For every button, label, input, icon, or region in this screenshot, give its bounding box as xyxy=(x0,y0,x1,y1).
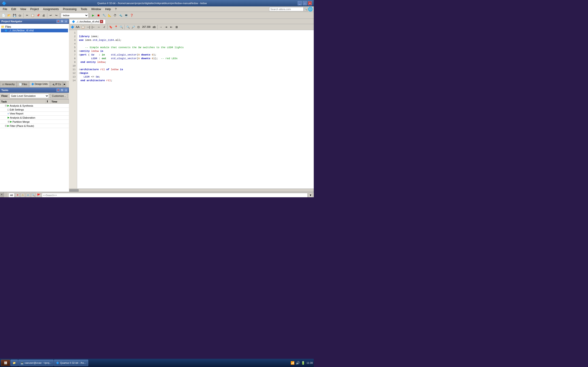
tab-ip-col[interactable]: 🔌 IP Co xyxy=(50,81,63,87)
menu-help[interactable]: Help xyxy=(103,7,113,11)
toolbar-help-btn[interactable]: ❓ xyxy=(129,13,134,18)
toolbar-timing-btn[interactable]: ⏱ xyxy=(112,13,118,18)
messages-sidebar: ✕ 📌 xyxy=(0,192,4,197)
editor-tb-locate[interactable]: 📍 xyxy=(113,25,119,30)
filter-search-button[interactable]: 🔍 xyxy=(31,193,36,198)
editor-tb-unindent2[interactable]: ⇤ xyxy=(169,25,174,30)
panel-float-btn[interactable]: ⧉ xyxy=(61,20,64,23)
menu-view[interactable]: View xyxy=(18,7,28,11)
msg-side-btn2[interactable]: 📌 xyxy=(0,197,3,197)
editor-tb-btn1[interactable]: 🔷 xyxy=(70,25,75,30)
title-bar: 🔷 Quartus II 32-bit - /home/caeuser/proj… xyxy=(0,0,314,6)
editor-tb-indent2[interactable]: ⇥ xyxy=(164,25,169,30)
editor-tb-btn3[interactable]: 📋 xyxy=(80,25,86,30)
panel-pin-btn[interactable]: 📌 xyxy=(57,20,60,23)
toolbar-synth-btn[interactable]: 🔧 xyxy=(102,13,107,18)
editor-tb-unindent[interactable]: |← xyxy=(91,25,96,30)
task-time xyxy=(51,104,69,108)
toolbar-redo-btn[interactable]: ↪ xyxy=(54,13,59,18)
task-label: Partition Merge xyxy=(13,120,30,123)
msg-side-btn1[interactable]: ✕ xyxy=(0,193,3,196)
table-row[interactable]: ⊞ ▶ Partition Merge xyxy=(0,120,69,124)
maximize-button[interactable]: □ xyxy=(303,1,307,5)
tab-design-units[interactable]: 🔷 Design Units xyxy=(29,81,50,87)
editor-tb-search[interactable]: 🔍 xyxy=(119,25,124,30)
table-row[interactable]: ⊞ ▶ Fitter (Place & Route) xyxy=(0,124,69,128)
editor-tb-zoom-out[interactable]: 🔎 xyxy=(131,25,136,30)
toolbar-new-btn[interactable]: 📄 xyxy=(1,13,6,18)
toolbar-copy-btn[interactable]: 📋 xyxy=(30,13,35,18)
message-search-dropdown[interactable]: ▼ xyxy=(308,193,313,198)
line-num: 11 xyxy=(70,68,76,71)
editor-tb-zoom-fit[interactable]: ⊡ xyxy=(136,25,141,30)
editor-tb-bookmark[interactable]: 🔖 xyxy=(108,25,113,30)
tasks-pin-btn[interactable]: 📌 xyxy=(57,89,60,92)
menu-edit[interactable]: Edit xyxy=(9,7,18,11)
customize-button[interactable]: Customize... xyxy=(50,94,68,98)
warning-icon: ⚠ xyxy=(22,194,24,197)
toolbar-saveall-btn[interactable]: 🗂 xyxy=(17,13,23,18)
editor-tab-vhd[interactable]: 🔷 ../../src/ledsw_rtl.vhd ✕ xyxy=(69,19,106,24)
tab-files[interactable]: 📄 Files xyxy=(17,81,29,87)
toolbar-prog-btn[interactable]: 💻 xyxy=(124,13,129,18)
menu-project[interactable]: Project xyxy=(28,7,41,11)
toolbar-asm-btn[interactable]: 🔩 xyxy=(118,13,123,18)
close-button[interactable]: ✕ xyxy=(308,1,312,5)
file-label: ../../src/ledsw_rtl.vhd xyxy=(9,29,34,32)
menu-question[interactable]: ? xyxy=(113,7,119,11)
toolbar-paste-btn[interactable]: 📌 xyxy=(36,13,41,18)
search-input[interactable] xyxy=(269,7,304,11)
toolbar-save-btn[interactable]: 💾 xyxy=(12,13,17,18)
filter-all-button[interactable]: All xyxy=(9,193,15,198)
editor-tb-uncomment[interactable]: -/ xyxy=(102,25,107,30)
entity-select[interactable]: ledsw xyxy=(61,13,88,18)
file-icon: 🔷 xyxy=(5,29,8,32)
editor-tb-indent[interactable]: →| xyxy=(86,25,91,30)
menu-processing[interactable]: Processing xyxy=(61,7,78,11)
message-search-input[interactable] xyxy=(42,193,308,198)
nav-tabs-arrow[interactable]: ▶ xyxy=(63,82,66,87)
filter-info-button[interactable]: ⚠ xyxy=(26,193,30,198)
flow-select[interactable]: Gate Level Simulation xyxy=(9,94,49,98)
tasks-float-btn[interactable]: ⧉ xyxy=(61,89,64,92)
toolbar-compile-btn[interactable]: ▶ xyxy=(90,13,95,18)
search-icon-button[interactable]: 🔍 xyxy=(304,7,308,11)
editor-tb-abc[interactable]: ab xyxy=(152,25,157,30)
editor-tb-grid[interactable]: ⊞ xyxy=(174,25,179,30)
tasks-close-btn[interactable]: ✕ xyxy=(64,89,68,92)
hierarchy-icon: ⚠ xyxy=(2,83,4,85)
toolbar-cut-btn[interactable]: ✂ xyxy=(25,13,30,18)
scrollbar-thumb[interactable] xyxy=(69,189,78,192)
tree-folder-files[interactable]: 📁 Files xyxy=(1,25,68,29)
menu-tools[interactable]: Tools xyxy=(79,7,89,11)
filter-warning-button[interactable]: ⚠ xyxy=(20,193,25,198)
toolbar-open-btn[interactable]: 📂 xyxy=(6,13,11,18)
editor-tb-comment[interactable]: -- xyxy=(96,25,101,30)
toolbar-fit-btn[interactable]: 📐 xyxy=(107,13,112,18)
editor-horizontal-scrollbar[interactable] xyxy=(69,189,314,192)
filter-error-button[interactable]: ✕ xyxy=(15,193,20,198)
table-row[interactable]: ⊟ ▶ Analysis & Synthesis xyxy=(0,104,69,108)
tab-close-button[interactable]: ✕ xyxy=(100,20,103,23)
menu-assignments[interactable]: Assignments xyxy=(41,7,61,11)
menu-window[interactable]: Window xyxy=(89,7,103,11)
toolbar-stop-btn[interactable]: ⏹ xyxy=(96,13,101,18)
toolbar-print-btn[interactable]: 🖨 xyxy=(41,13,46,18)
panel-close-btn[interactable]: ✕ xyxy=(64,20,68,23)
code-content[interactable]: library ieee; use ieee.std_logic_1164.al… xyxy=(77,30,314,189)
menu-file[interactable]: File xyxy=(1,7,9,11)
table-row[interactable]: ▶ Analysis & Elaboration xyxy=(0,116,69,120)
line-num: 10 xyxy=(70,64,76,68)
table-row[interactable]: ≡ View Report xyxy=(0,112,69,116)
minimize-button[interactable]: _ xyxy=(298,1,302,5)
task-info xyxy=(46,124,51,128)
editor-tb-zoom-in[interactable]: 🔍 xyxy=(125,25,130,30)
tree-file-vhd[interactable]: 🔷 ../../src/ledsw_rtl.vhd xyxy=(1,29,68,32)
editor-tb-arrow-right[interactable]: → xyxy=(158,25,163,30)
toolbar-undo-btn[interactable]: ↩ xyxy=(48,13,53,18)
table-row[interactable]: □ Edit Settings xyxy=(0,108,69,112)
editor-tb-btn2[interactable]: AA xyxy=(75,25,80,30)
hierarchy-label: Hierarchy xyxy=(5,83,15,85)
tab-hierarchy[interactable]: ⚠ Hierarchy xyxy=(0,81,17,87)
search-box: 🔍 🌐 xyxy=(269,7,313,12)
